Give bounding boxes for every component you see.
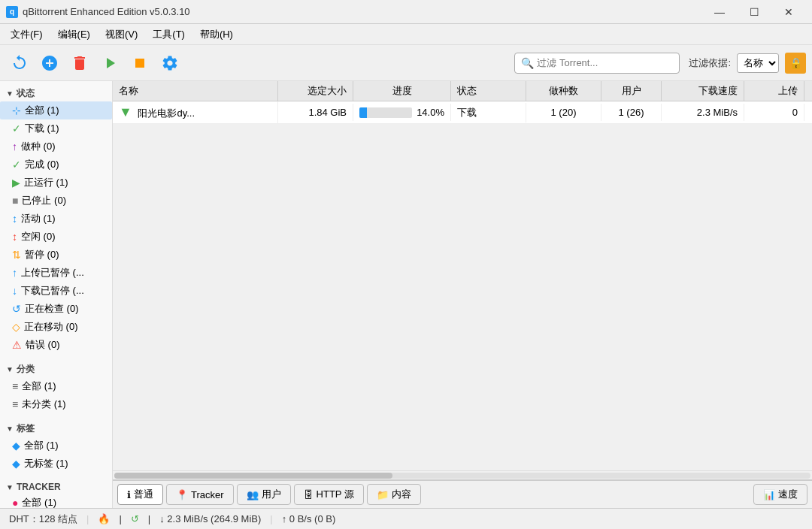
upload-paused-icon: ↑ [12,267,17,279]
sidebar-item-cat-all[interactable]: ≡ 全部 (1) [0,377,112,395]
done-icon: ✓ [12,159,21,171]
maximize-button[interactable]: ☐ [737,0,771,24]
tab-content[interactable]: 📁 内容 [367,484,421,505]
sidebar-item-tracker-all[interactable]: ● 全部 (1) [0,494,112,508]
settings-button[interactable] [156,50,183,77]
sidebar: ▼ 状态 ⊹ 全部 (1) ✓ 下载 (1) ↑ 做种 (0) ✓ 完成 (0)… [0,81,113,508]
col-header-ulspeed[interactable]: 上传 [744,81,804,101]
progress-bar-container [359,107,412,118]
cat-uncat-icon: ≡ [12,398,18,410]
http-icon: 🗄 [304,489,314,500]
start-button[interactable] [96,50,123,77]
sidebar-item-seed[interactable]: ↑ 做种 (0) [0,138,112,156]
status-sep-1: | [86,513,89,524]
tag-notag-icon: ◆ [12,458,20,470]
torrent-size: 1.84 GiB [278,104,353,121]
sidebar-tag-header: ▼ 标签 [0,419,112,437]
tab-http[interactable]: 🗄 HTTP 源 [294,484,364,505]
tab-speed[interactable]: 📊 速度 [753,484,807,505]
progress-bar-fill [359,107,367,118]
filter-select[interactable]: 名称 [737,53,779,73]
torrent-progress: 14.0% [353,104,451,121]
table-row[interactable]: ▼ 阳光电影dy... 1.84 GiB 14.0% 下载 1 (20) 1 (… [113,101,812,124]
sidebar-item-error[interactable]: ⚠ 错误 (0) [0,336,112,354]
stop-button[interactable] [126,50,153,77]
sidebar-item-stopped[interactable]: ■ 已停止 (0) [0,192,112,210]
torrent-status: 下载 [451,103,526,122]
sidebar-item-moving[interactable]: ◇ 正在移动 (0) [0,318,112,336]
dl-speed-status: ↓ 2.3 MiB/s (264.9 MiB) [159,513,261,524]
status-sep-3: | [148,513,150,524]
menu-edit[interactable]: 编辑(E) [50,25,98,44]
filter-label: 过滤依据: [689,56,731,70]
refresh-button[interactable] [6,50,33,77]
sidebar-item-download-paused[interactable]: ↓ 下载已暂停 (... [0,282,112,300]
sidebar-item-all[interactable]: ⊹ 全部 (1) [0,101,112,119]
sidebar-category-header: ▼ 分类 [0,360,112,377]
sidebar-item-cat-uncat[interactable]: ≡ 未分类 (1) [0,395,112,413]
menu-view[interactable]: 视图(V) [98,25,145,44]
sidebar-status-header: ▼ 状态 [0,84,112,101]
stopped-icon: ■ [12,195,18,207]
sidebar-item-paused[interactable]: ⇅ 暂停 (0) [0,246,112,264]
bottom-tabs: ℹ 普通 📍 Tracker 👥 用户 🗄 HTTP 源 📁 内容 📊 速 [113,479,812,508]
sidebar-item-running[interactable]: ▶ 正运行 (1) [0,174,112,192]
col-header-status[interactable]: 状态 [451,81,526,101]
checking-icon: ↺ [12,303,21,315]
minimize-button[interactable]: — [702,0,737,24]
horizontal-scrollbar[interactable] [113,470,812,479]
sidebar-item-download[interactable]: ✓ 下载 (1) [0,119,112,138]
seed-icon: ↑ [12,141,17,153]
menu-tools[interactable]: 工具(T) [145,25,192,44]
all-icon: ⊹ [12,104,21,116]
tab-peers[interactable]: 👥 用户 [237,484,291,505]
sidebar-item-idle[interactable]: ↕ 空闲 (0) [0,228,112,246]
col-header-size[interactable]: 选定大小 [278,81,353,101]
status-sep-2: | [119,513,121,524]
chevron-down-icon-tag: ▼ [6,425,14,433]
toolbar: 🔍 过滤依据: 名称 🔒 [0,45,812,81]
chevron-down-icon-tracker: ▼ [6,483,14,491]
window-controls: — ☐ ✕ [702,0,806,24]
tracker-all-icon: ● [12,497,18,508]
col-header-seeds[interactable]: 做种数 [526,81,601,101]
close-button[interactable]: ✕ [771,0,806,24]
main-area: ▼ 状态 ⊹ 全部 (1) ✓ 下载 (1) ↑ 做种 (0) ✓ 完成 (0)… [0,81,812,508]
search-box: 🔍 [514,53,680,74]
add-torrent-button[interactable] [36,50,63,77]
sidebar-item-tag-notag[interactable]: ◆ 无标签 (1) [0,455,112,473]
tab-tracker[interactable]: 📍 Tracker [166,484,234,505]
dht-status: DHT：128 结点 [9,512,77,526]
sidebar-item-tag-all[interactable]: ◆ 全部 (1) [0,437,112,455]
cat-all-icon: ≡ [12,380,18,392]
sidebar-item-checking[interactable]: ↺ 正在检查 (0) [0,300,112,318]
sidebar-item-upload-paused[interactable]: ↑ 上传已暂停 (... [0,264,112,282]
search-input[interactable] [537,57,672,68]
running-icon: ▶ [12,177,20,189]
col-header-name[interactable]: 名称 [113,81,278,101]
paused-icon: ⇅ [12,249,21,261]
moving-icon: ◇ [12,321,20,333]
delete-button[interactable] [66,50,93,77]
sidebar-item-active[interactable]: ↕ 活动 (1) [0,210,112,228]
sidebar-category-section: ▼ 分类 ≡ 全部 (1) ≡ 未分类 (1) [0,357,112,416]
menu-file[interactable]: 文件(F) [3,25,50,44]
tab-general[interactable]: ℹ 普通 [117,484,163,505]
torrent-table: 名称 选定大小 进度 状态 做种数 用户 下载速度 上传 ▼ 阳光电影dy...… [113,81,812,470]
torrent-name: ▼ 阳光电影dy... [113,101,278,123]
idle-icon: ↕ [12,231,17,243]
col-header-peers[interactable]: 用户 [601,81,662,101]
scrollbar-thumb[interactable] [114,473,392,479]
lock-button[interactable]: 🔒 [785,53,806,74]
app-icon: q [6,6,18,18]
menu-help[interactable]: 帮助(H) [192,25,241,44]
sidebar-item-done[interactable]: ✓ 完成 (0) [0,156,112,174]
col-header-progress[interactable]: 进度 [353,81,451,101]
svg-rect-0 [135,59,144,68]
col-header-dlspeed[interactable]: 下载速度 [662,81,744,101]
peers-icon: 👥 [247,489,259,500]
torrent-dlspeed: 2.3 MiB/s [662,104,744,121]
menu-bar: 文件(F) 编辑(E) 视图(V) 工具(T) 帮助(H) [0,24,812,45]
content-area: 名称 选定大小 进度 状态 做种数 用户 下载速度 上传 ▼ 阳光电影dy...… [113,81,812,508]
tracker-icon: 📍 [176,489,188,500]
